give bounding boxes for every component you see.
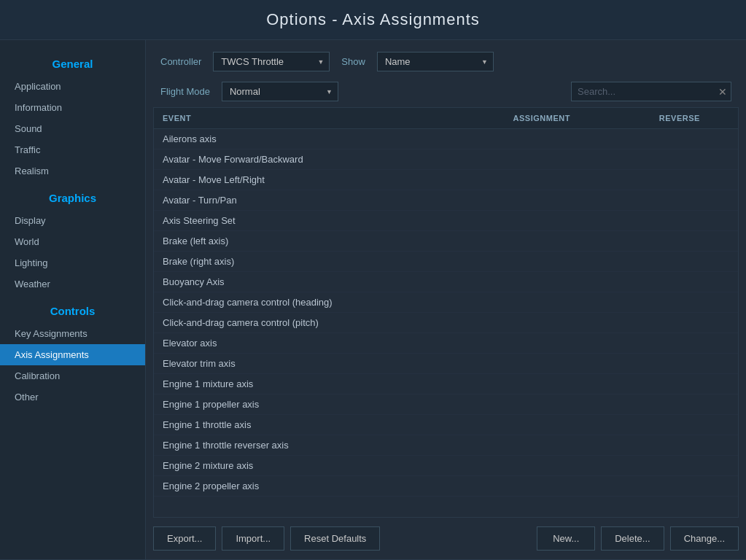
table-row[interactable]: Click-and-drag camera control (heading) [154, 292, 738, 313]
sidebar-item-axis-assignments[interactable]: Axis Assignments [0, 344, 145, 365]
table-row[interactable]: Click-and-drag camera control (pitch) [154, 313, 738, 333]
reverse-cell [650, 129, 738, 149]
search-close-icon[interactable]: ✕ [718, 86, 727, 98]
assignment-cell [505, 435, 650, 456]
assignment-cell [505, 129, 650, 149]
flight-mode-row: Flight Mode Normal Expert Easy ✕ [146, 79, 746, 107]
sidebar-item-world[interactable]: World [0, 231, 145, 252]
table-row[interactable]: Ailerons axis [154, 129, 738, 149]
new-button[interactable]: New... [537, 526, 595, 551]
controller-select[interactable]: TWCS Throttle Joystick Keyboard [213, 52, 330, 71]
title-bar: Options - Axis Assignments [0, 0, 746, 40]
sidebar-item-traffic[interactable]: Traffic [0, 139, 145, 160]
reverse-cell [650, 231, 738, 252]
assignment-cell [505, 333, 650, 354]
show-select-wrapper[interactable]: Name ID [377, 52, 494, 71]
reverse-cell [650, 170, 738, 190]
sidebar-item-information[interactable]: Information [0, 97, 145, 118]
events-table-container: EVENT ASSIGNMENT REVERSE Ailerons axis A… [153, 107, 739, 518]
event-cell: Click-and-drag camera control (heading) [154, 292, 505, 313]
table-row[interactable]: Engine 1 throttle reverser axis [154, 435, 738, 456]
reverse-cell [650, 313, 738, 333]
sidebar-item-realism[interactable]: Realism [0, 160, 145, 182]
sidebar-section-graphics: Graphics [0, 182, 145, 210]
controller-label: Controller [160, 56, 201, 67]
col-header-event: EVENT [154, 108, 505, 129]
sidebar-item-calibration[interactable]: Calibration [0, 365, 145, 386]
event-cell: Brake (left axis) [154, 231, 505, 252]
table-row[interactable]: Avatar - Move Left/Right [154, 170, 738, 190]
sidebar-item-sound[interactable]: Sound [0, 118, 145, 139]
show-label: Show [341, 56, 365, 67]
col-header-reverse: REVERSE [650, 108, 738, 129]
reverse-cell [650, 476, 738, 497]
sidebar-item-lighting[interactable]: Lighting [0, 252, 145, 273]
event-cell: Engine 1 throttle axis [154, 415, 505, 435]
assignment-cell [505, 476, 650, 497]
sidebar-item-key-assignments[interactable]: Key Assignments [0, 323, 145, 344]
event-cell: Engine 1 mixture axis [154, 374, 505, 394]
events-table: EVENT ASSIGNMENT REVERSE Ailerons axis A… [154, 108, 738, 497]
table-row[interactable]: Engine 1 mixture axis [154, 374, 738, 394]
import-button[interactable]: Import... [222, 526, 284, 551]
table-row[interactable]: Avatar - Turn/Pan [154, 190, 738, 211]
event-cell: Engine 2 mixture axis [154, 456, 505, 476]
reverse-cell [650, 394, 738, 415]
table-row[interactable]: Engine 2 mixture axis [154, 456, 738, 476]
sidebar: General Application Information Sound Tr… [0, 40, 146, 559]
action-buttons-row: Export... Import... Reset Defaults New..… [146, 518, 746, 559]
table-header-row: EVENT ASSIGNMENT REVERSE [154, 108, 738, 129]
assignment-cell [505, 374, 650, 394]
change-button[interactable]: Change... [670, 526, 739, 551]
reverse-cell [650, 333, 738, 354]
search-input[interactable] [571, 82, 731, 101]
flight-mode-select-wrapper[interactable]: Normal Expert Easy [222, 82, 338, 101]
col-header-assignment: ASSIGNMENT [505, 108, 650, 129]
event-cell: Elevator trim axis [154, 354, 505, 374]
sidebar-section-general: General [0, 47, 145, 76]
reverse-cell [650, 211, 738, 231]
export-button[interactable]: Export... [153, 526, 216, 551]
table-row[interactable]: Brake (left axis) [154, 231, 738, 252]
event-cell: Ailerons axis [154, 129, 505, 149]
sidebar-item-weather[interactable]: Weather [0, 273, 145, 295]
table-row[interactable]: Engine 1 throttle axis [154, 415, 738, 435]
reverse-cell [650, 252, 738, 272]
delete-button[interactable]: Delete... [601, 526, 664, 551]
event-cell: Elevator axis [154, 333, 505, 354]
table-row[interactable]: Avatar - Move Forward/Backward [154, 149, 738, 170]
event-cell: Engine 1 propeller axis [154, 394, 505, 415]
sidebar-item-display[interactable]: Display [0, 210, 145, 231]
assignment-cell [505, 190, 650, 211]
table-row[interactable]: Engine 1 propeller axis [154, 394, 738, 415]
reverse-cell [650, 374, 738, 394]
assignment-cell [505, 272, 650, 292]
assignment-cell [505, 170, 650, 190]
reverse-cell [650, 149, 738, 170]
table-row[interactable]: Buoyancy Axis [154, 272, 738, 292]
reverse-cell [650, 435, 738, 456]
event-cell: Buoyancy Axis [154, 272, 505, 292]
flight-mode-select[interactable]: Normal Expert Easy [222, 82, 338, 101]
reverse-cell [650, 272, 738, 292]
sidebar-section-controls: Controls [0, 295, 145, 323]
assignment-cell [505, 149, 650, 170]
reverse-cell [650, 456, 738, 476]
controller-select-wrapper[interactable]: TWCS Throttle Joystick Keyboard [213, 52, 330, 71]
table-row[interactable]: Engine 2 propeller axis [154, 476, 738, 497]
sidebar-item-application[interactable]: Application [0, 76, 145, 97]
table-row[interactable]: Axis Steering Set [154, 211, 738, 231]
table-scroll[interactable]: EVENT ASSIGNMENT REVERSE Ailerons axis A… [154, 108, 738, 517]
table-row[interactable]: Brake (right axis) [154, 252, 738, 272]
show-select[interactable]: Name ID [377, 52, 494, 71]
reset-defaults-button[interactable]: Reset Defaults [290, 526, 380, 551]
table-row[interactable]: Elevator axis [154, 333, 738, 354]
reverse-cell [650, 292, 738, 313]
top-controls: Controller TWCS Throttle Joystick Keyboa… [146, 40, 746, 79]
sidebar-item-other[interactable]: Other [0, 386, 145, 408]
assignment-cell [505, 313, 650, 333]
main-layout: General Application Information Sound Tr… [0, 40, 746, 559]
table-row[interactable]: Elevator trim axis [154, 354, 738, 374]
reverse-cell [650, 190, 738, 211]
assignment-cell [505, 231, 650, 252]
